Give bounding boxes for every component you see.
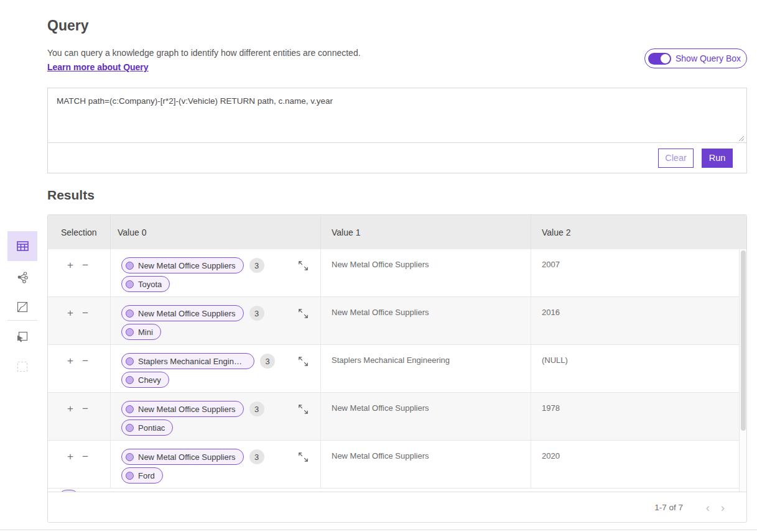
query-actions-bar: Clear Run — [48, 143, 746, 173]
expand-icon[interactable] — [298, 356, 309, 367]
add-to-selection-button[interactable]: + — [67, 260, 73, 296]
entity-pill-label: New Metal Office Suppliers — [138, 452, 236, 462]
related-pill-label: Ford — [138, 471, 155, 480]
related-entity-pill[interactable]: Toyota — [121, 276, 170, 292]
count-badge: 3 — [249, 449, 264, 464]
map-icon — [16, 301, 29, 313]
related-entity-pill[interactable]: Pontiac — [121, 420, 173, 436]
remove-from-selection-button[interactable]: − — [82, 355, 88, 392]
toggle-knob — [661, 54, 670, 63]
related-pill-label: Mini — [138, 328, 153, 337]
learn-more-link[interactable]: Learn more about Query — [47, 62, 149, 72]
entity-pill-label: New Metal Office Suppliers — [138, 309, 236, 318]
count-badge: 3 — [249, 401, 264, 416]
related-entity-pill[interactable]: Chevy — [121, 372, 169, 388]
selection-cell: + − — [48, 441, 110, 488]
sidebar-divider — [7, 320, 37, 321]
map-view-button[interactable] — [7, 298, 37, 316]
node-dot-icon — [126, 262, 134, 270]
related-pill-label: Pontiac — [138, 423, 165, 433]
entity-pill[interactable]: New Metal Office Suppliers — [121, 305, 244, 321]
pagination-next-icon[interactable]: › — [715, 502, 730, 513]
count-badge: 3 — [260, 354, 275, 369]
entity-pill[interactable]: New Metal Office Suppliers — [121, 257, 244, 273]
expand-icon[interactable] — [298, 404, 309, 415]
selection-cell: + − — [48, 297, 110, 344]
node-dot-icon — [126, 453, 134, 461]
table-row: + − New Metal Office Suppliers 3 Mini — [48, 297, 746, 345]
value1-cell: New Metal Office Suppliers — [320, 249, 531, 296]
toggle-label: Show Query Box — [676, 53, 741, 63]
value1-cell: New Metal Office Suppliers — [320, 393, 531, 440]
value2-cell: (NULL) — [531, 345, 746, 392]
page-bottom-divider — [0, 530, 757, 530]
node-dot-icon — [126, 424, 134, 432]
entity-pill-label: New Metal Office Suppliers — [138, 261, 236, 270]
scrollbar-thumb[interactable] — [741, 250, 746, 431]
remove-from-selection-button[interactable]: − — [82, 260, 88, 296]
related-entity-pill[interactable]: Ford — [121, 467, 163, 484]
value2-cell: 2007 — [531, 249, 746, 296]
entity-pill-label: New Metal Office Suppliers — [138, 405, 236, 414]
column-header-value2: Value 2 — [531, 215, 746, 249]
table-row: + − New Metal Office Suppliers 3 Pontiac — [48, 393, 746, 441]
toggle-switch-icon[interactable] — [648, 53, 671, 65]
textarea-resize-handle[interactable] — [738, 135, 745, 142]
table-header-row: Selection Value 0 Value 1 Value 2 — [48, 215, 746, 249]
value0-cell: New Metal Office Suppliers 3 Pontiac — [110, 393, 320, 440]
column-header-value0: Value 0 — [110, 215, 320, 249]
add-to-selection-button[interactable]: + — [67, 308, 73, 344]
node-dot-icon — [126, 328, 134, 336]
count-badge: 3 — [249, 258, 264, 273]
graph-view-button[interactable] — [7, 268, 37, 286]
run-button[interactable]: Run — [702, 149, 733, 168]
query-input[interactable]: MATCH path=(c:Company)-[r*2]-(v:Vehicle)… — [48, 88, 746, 143]
value2-cell: 1978 — [531, 393, 746, 440]
selection-cell: + − — [48, 393, 110, 440]
results-view-sidebar — [7, 231, 37, 380]
value2-cell: 2016 — [531, 297, 746, 344]
table-footer: 1-7 of 7 ‹ › — [48, 492, 746, 523]
pointer-select-view-button[interactable] — [7, 328, 37, 346]
remove-from-selection-button[interactable]: − — [82, 403, 88, 440]
node-dot-icon — [126, 376, 134, 384]
graph-icon — [16, 271, 29, 283]
pagination-prev-icon[interactable]: ‹ — [700, 502, 715, 513]
new-view-icon — [16, 360, 29, 373]
expand-icon[interactable] — [298, 308, 309, 319]
page-title: Query — [47, 17, 88, 34]
value1-cell: Staplers Mechanical Engineering — [320, 345, 531, 392]
related-entity-pill[interactable]: Mini — [121, 324, 161, 340]
entity-pill-label: Staplers Mechanical Engineering — [138, 357, 246, 366]
add-to-selection-button[interactable]: + — [67, 451, 73, 488]
entity-pill[interactable]: New Metal Office Suppliers — [121, 449, 244, 465]
entity-pill[interactable]: Staplers Mechanical Engineering — [121, 353, 254, 369]
results-title: Results — [47, 188, 95, 203]
node-dot-icon — [126, 472, 134, 480]
new-view-button — [7, 358, 37, 375]
table-body: + − New Metal Office Suppliers 3 Toyota — [48, 249, 746, 488]
entity-pill[interactable]: New Metal Office Suppliers — [121, 401, 244, 417]
value0-cell: New Metal Office Suppliers 3 Ford — [110, 441, 320, 488]
value1-cell: New Metal Office Suppliers — [320, 297, 531, 344]
value0-cell: Staplers Mechanical Engineering 3 Chevy — [110, 345, 320, 392]
results-table: Selection Value 0 Value 1 Value 2 + − Ne… — [47, 214, 747, 523]
table-icon — [16, 240, 29, 252]
table-vertical-scrollbar[interactable] — [739, 249, 746, 492]
remove-from-selection-button[interactable]: − — [82, 451, 88, 488]
table-view-button[interactable] — [7, 231, 37, 261]
add-to-selection-button[interactable]: + — [67, 403, 73, 440]
remove-from-selection-button[interactable]: − — [82, 308, 88, 344]
clear-button[interactable]: Clear — [658, 149, 694, 168]
expand-icon[interactable] — [298, 260, 309, 271]
query-editor-panel: MATCH path=(c:Company)-[r*2]-(v:Vehicle)… — [47, 88, 747, 173]
column-header-selection: Selection — [48, 215, 110, 249]
selection-cell: + − — [48, 249, 110, 296]
add-to-selection-button[interactable]: + — [67, 355, 73, 392]
show-query-box-toggle[interactable]: Show Query Box — [644, 48, 747, 68]
expand-icon[interactable] — [298, 452, 309, 462]
related-pill-label: Chevy — [138, 375, 161, 385]
table-row: + − Staplers Mechanical Engineering 3 Ch… — [48, 345, 746, 393]
column-header-value1: Value 1 — [320, 215, 531, 249]
value1-cell: New Metal Office Suppliers — [320, 441, 531, 488]
